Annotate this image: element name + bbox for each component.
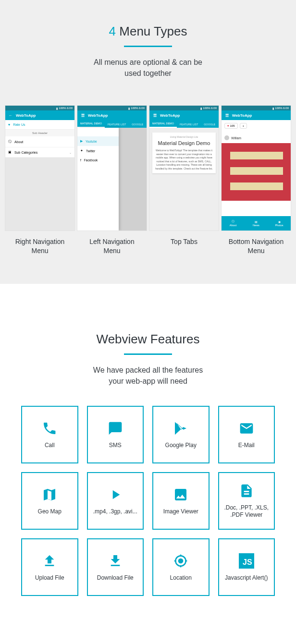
about-item[interactable]: ⓘ About bbox=[5, 136, 74, 147]
feature-google-play: Google Play bbox=[152, 406, 210, 463]
card-crumb: Using Material Design Lite bbox=[155, 135, 213, 138]
caption: Top Tabs bbox=[149, 237, 219, 246]
appbar: ← WebToApp bbox=[5, 110, 74, 120]
nav-drawer: ▶ Youtube ✦ Twitter f Facebook bbox=[77, 128, 119, 231]
appbar: ☰ WebToApp bbox=[149, 110, 219, 120]
caption: Bottom Navigation Menu bbox=[222, 237, 291, 255]
dimmed-body bbox=[5, 158, 74, 231]
twitter-icon: ✦ bbox=[80, 149, 83, 153]
bottom-nav-about[interactable]: ⓘ About bbox=[222, 216, 245, 231]
statusbar: ▮ 100% 6:00 bbox=[222, 106, 291, 110]
feature-location: Location bbox=[152, 538, 210, 596]
app-title: WebToApp bbox=[16, 113, 36, 118]
statusbar: ▮ 100% 6:00 bbox=[149, 106, 219, 110]
bottom-nav-photos[interactable]: ◉ Photos bbox=[268, 216, 291, 231]
tab-material[interactable]: MATERIAL DEMO bbox=[77, 120, 105, 128]
app-title: WebToApp bbox=[160, 113, 180, 118]
status-text: 100% 6:00 bbox=[275, 107, 289, 109]
like-bar: ♥ 105 + bbox=[224, 123, 247, 129]
feature-label: Javascript Alert() bbox=[221, 574, 271, 582]
feature-download: Download File bbox=[87, 538, 144, 596]
signal-icon: ▮ bbox=[200, 107, 202, 110]
location-icon bbox=[173, 553, 188, 569]
bottom-nav-news[interactable]: ▤ News bbox=[245, 216, 268, 231]
title-text: Menu Types bbox=[119, 24, 187, 38]
title-divider bbox=[124, 353, 172, 355]
back-icon[interactable]: ← bbox=[8, 113, 13, 118]
news-icon: ▤ bbox=[255, 220, 258, 223]
arrow-art bbox=[230, 152, 283, 190]
tab-google[interactable]: GOOGLE bbox=[129, 121, 146, 128]
feature-js-alert: JS Javascript Alert() bbox=[218, 538, 275, 596]
menu-icon[interactable]: ☰ bbox=[152, 113, 157, 118]
like-chip[interactable]: ♥ 105 bbox=[224, 123, 238, 129]
status-text: 100% 6:00 bbox=[203, 107, 217, 109]
title-divider bbox=[124, 46, 172, 47]
section-title: 4 Menu Types bbox=[0, 24, 296, 39]
play-store-icon bbox=[173, 421, 188, 436]
material-card: Using Material Design Lite Material Desi… bbox=[152, 133, 216, 173]
feature-grid: Call SMS Google Play E-Mail Geo Map .mp4… bbox=[0, 387, 296, 596]
feature-label: Upload File bbox=[31, 574, 68, 582]
feature-label: .Doc, .PPT, .XLS, .PDF Viewer bbox=[219, 504, 274, 519]
signal-icon: ▮ bbox=[128, 107, 130, 110]
tab-feature-list[interactable]: FEATURE LIST bbox=[177, 121, 201, 128]
feature-label: SMS bbox=[105, 442, 125, 449]
feature-doc-viewer: .Doc, .PPT, .XLS, .PDF Viewer bbox=[218, 472, 275, 530]
mail-icon bbox=[239, 421, 254, 436]
drawer-backdrop: ▶ Youtube ✦ Twitter f Facebook bbox=[77, 128, 147, 231]
feature-label: Download File bbox=[93, 574, 137, 582]
signal-icon: ▮ bbox=[56, 107, 58, 110]
caption: Left Navigation Menu bbox=[77, 237, 147, 255]
section-subtitle: All menus are optional & can be used tog… bbox=[0, 57, 296, 79]
menu-types-section: 4 Menu Types All menus are optional & ca… bbox=[0, 0, 296, 284]
menu-icon[interactable]: ☰ bbox=[224, 113, 229, 118]
feature-label: .mp4, .3gp, .avi... bbox=[89, 508, 141, 515]
feature-label: Image Viewer bbox=[160, 508, 202, 515]
feature-video: .mp4, .3gp, .avi... bbox=[87, 472, 144, 530]
feature-label: Call bbox=[41, 442, 59, 449]
section-subtitle: We have packed all the features your web… bbox=[0, 365, 296, 387]
facebook-icon: f bbox=[80, 158, 81, 162]
status-text: 100% 6:00 bbox=[131, 107, 145, 109]
shot-left-nav: ▮ 100% 6:00 ☰ WebToApp MATERIAL DEMO FEA… bbox=[77, 106, 147, 255]
tab-google[interactable]: GOOGLE bbox=[201, 121, 218, 128]
tabs: MATERIAL DEMO FEATURE LIST GOOGLE bbox=[149, 120, 219, 128]
statusbar: ▮ 100% 6:00 bbox=[5, 106, 74, 110]
download-icon bbox=[108, 553, 123, 569]
shot-top-tabs: ▮ 100% 6:00 ☰ WebToApp MATERIAL DEMO FEA… bbox=[149, 106, 219, 255]
rate-us-item[interactable]: ♥ Rate Us bbox=[5, 120, 74, 130]
camera-icon: ▣ bbox=[8, 150, 12, 154]
drawer-twitter[interactable]: ✦ Twitter bbox=[77, 146, 119, 156]
user-row[interactable]: William bbox=[224, 135, 241, 140]
feature-label: Location bbox=[166, 574, 196, 582]
app-title: WebToApp bbox=[88, 113, 108, 118]
sub-categories-item[interactable]: ▣ Sub Categories ⌄ bbox=[5, 147, 74, 158]
document-icon bbox=[239, 483, 254, 498]
statusbar: ▮ 100% 6:00 bbox=[77, 106, 147, 110]
sub-header-label: Sub Header bbox=[5, 130, 74, 136]
phone-mock: ▮ 100% 6:00 ☰ WebToApp ♥ 105 + bbox=[222, 106, 291, 231]
drawer-facebook[interactable]: f Facebook bbox=[77, 156, 119, 165]
chevron-down-icon: ⌄ bbox=[69, 151, 72, 154]
heart-icon: ♥ bbox=[8, 123, 10, 126]
feature-image-viewer: Image Viewer bbox=[152, 472, 210, 530]
webview-features-section: Webview Features We have packed all the … bbox=[0, 284, 296, 615]
play-icon: ▶ bbox=[80, 139, 83, 143]
phone-mock: ▮ 100% 6:00 ☰ WebToApp MATERIAL DEMO FEA… bbox=[149, 106, 219, 231]
tab-material[interactable]: MATERIAL DEMO bbox=[149, 120, 177, 128]
drawer-youtube[interactable]: ▶ Youtube bbox=[77, 136, 119, 146]
plus-chip[interactable]: + bbox=[240, 123, 247, 129]
phone-mock: ▮ 100% 6:00 ☰ WebToApp MATERIAL DEMO FEA… bbox=[77, 106, 147, 231]
section-title: Webview Features bbox=[0, 332, 296, 347]
upload-icon bbox=[42, 553, 57, 569]
app-title: WebToApp bbox=[232, 113, 252, 118]
title-number: 4 bbox=[109, 24, 116, 38]
content-area: ♥ 105 + William bbox=[222, 120, 291, 216]
bottom-nav: ⓘ About ▤ News ◉ Photos bbox=[222, 216, 291, 231]
feature-call: Call bbox=[21, 406, 78, 463]
tab-feature-list[interactable]: FEATURE LIST bbox=[105, 121, 129, 128]
phone-icon bbox=[42, 421, 57, 436]
menu-icon[interactable]: ☰ bbox=[80, 113, 85, 118]
info-icon: ⓘ bbox=[232, 220, 234, 223]
